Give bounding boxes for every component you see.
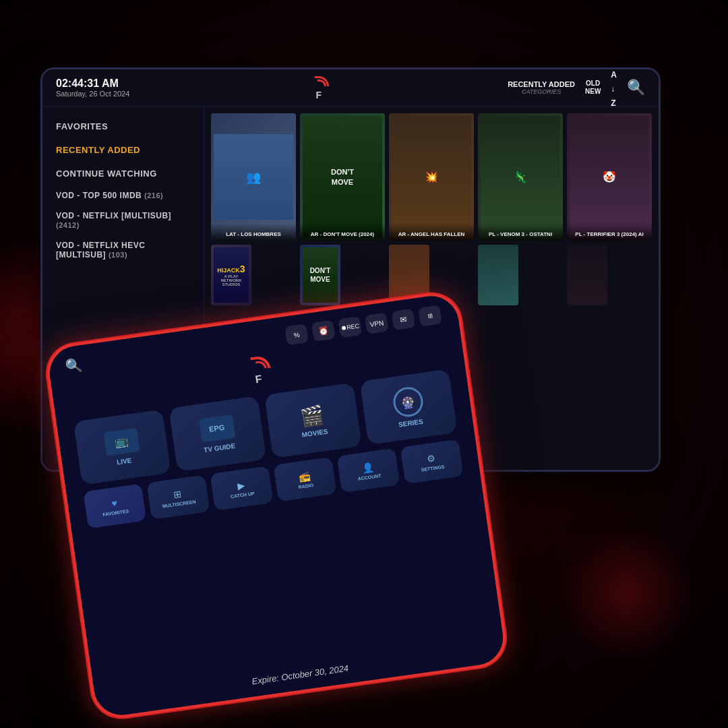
phone-icons-right: % ⏰ ⏺REC VPN ✉ ⊞ — [284, 305, 442, 345]
tv-guide-button[interactable]: EPG TV GUIDE — [169, 396, 266, 472]
sidebar-item-continue-watching[interactable]: CONTINUE WATCHING — [42, 162, 204, 185]
vpn-icon-button[interactable]: VPN — [365, 313, 389, 334]
search-button[interactable]: 🔍 — [627, 79, 645, 96]
favorites-button[interactable]: ♥ FAVORITES — [83, 484, 146, 529]
phone-screen: 🔍 % ⏰ ⏺REC VPN ✉ ⊞ F 📺 — [47, 293, 507, 719]
settings-button-label: SETTINGS — [421, 464, 445, 472]
settings-icon: ⚙ — [426, 452, 436, 464]
movie-card-5[interactable]: 🤡 PL - TERRIFIER 3 (2024) AI — [567, 113, 652, 241]
phone-body: 🔍 % ⏰ ⏺REC VPN ✉ ⊞ F 📺 — [43, 290, 510, 722]
live-button-label: LIVE — [116, 456, 132, 466]
movie-card-2[interactable]: DON'TMOVE AR - DON'T MOVE (2024) — [300, 113, 385, 241]
settings-button[interactable]: ⚙ SETTINGS — [400, 439, 464, 484]
movies-grid-row1: 👥 LAT - LOS HOMBRES DON'TMOVE AR - DON'T — [211, 113, 652, 241]
multiscreen-icon: ⊞ — [173, 488, 183, 500]
promo-icon-button[interactable]: % — [284, 324, 309, 345]
tablet-time: 02:44:31 AM — [56, 78, 129, 90]
phone-logo: F — [242, 353, 273, 387]
sidebar-item-recently-added[interactable]: RECENTLY ADDED — [42, 138, 204, 162]
favorites-button-label: FAVORITES — [102, 508, 129, 516]
multiscreen-button[interactable]: ⊞ MULTISCREEN — [146, 475, 210, 520]
radio-button-label: RADIO — [298, 483, 313, 489]
phone-logo-f: F — [255, 373, 263, 386]
sidebar-item-vod-top500[interactable]: VOD - TOP 500 IMDB (216) — [42, 185, 204, 206]
alarm-icon-button[interactable]: ⏰ — [311, 320, 336, 342]
tablet-header: 02:44:31 AM Saturday, 26 Oct 2024 F RECE… — [42, 69, 659, 107]
expire-text: Expire: October 30, 2024 — [240, 652, 361, 698]
signal-icon — [309, 75, 329, 88]
multiscreen-button-label: MULTISCREEN — [162, 499, 196, 508]
red-glow-right — [559, 526, 694, 661]
rec-icon-button[interactable]: ⏺REC — [338, 316, 362, 338]
heart-icon: ♥ — [111, 497, 117, 508]
movies-button[interactable]: 🎬 MOVIES — [264, 382, 362, 458]
radio-button[interactable]: 📻 RADIO — [274, 457, 337, 502]
catchup-icon: ▶ — [237, 479, 245, 491]
catchup-button-label: CATCH UP — [231, 491, 255, 499]
tablet-header-right: RECENTLY ADDED CATEGORIES OLDNEW A↓Z 🔍 — [508, 67, 645, 109]
movie-card-7[interactable]: DON'TMOVE — [300, 245, 340, 305]
sort-az-button[interactable]: A↓Z — [611, 67, 617, 109]
tablet-logo: F — [309, 75, 329, 100]
sort-old-new-button[interactable]: OLDNEW — [585, 80, 601, 96]
series-button[interactable]: 🎡 SERIES — [360, 369, 458, 445]
account-button[interactable]: 👤 ACCOUNT — [337, 448, 400, 493]
update-icon-button[interactable]: ⊞ — [418, 305, 442, 326]
msg-icon-button[interactable]: ✉ — [392, 309, 416, 330]
movie-card-6[interactable]: HIJACK3 A PLAY NETWORK STUDIOS — [211, 245, 251, 305]
sidebar-item-vod-netflix[interactable]: VOD - NETFLIX [MULTISUB] (2412) — [42, 206, 204, 235]
tablet-time-section: 02:44:31 AM Saturday, 26 Oct 2024 — [56, 78, 129, 98]
phone-signal-icon — [242, 353, 271, 373]
series-button-label: SERIES — [398, 418, 423, 429]
account-icon: 👤 — [361, 461, 374, 473]
movie-card-9[interactable] — [478, 245, 518, 305]
movie-card-3[interactable]: 💥 AR - ANGEL HAS FALLEN — [389, 113, 474, 241]
logo-f-text: F — [315, 90, 322, 100]
radio-icon: 📻 — [298, 470, 311, 482]
live-button[interactable]: 📺 LIVE — [73, 409, 171, 485]
movies-button-label: MOVIES — [301, 427, 328, 438]
tv-guide-button-label: TV GUIDE — [204, 442, 236, 453]
movie-card-10[interactable] — [567, 245, 607, 305]
movie-card-4[interactable]: 🦎 PL - VENOM 3 - OSTATNI — [478, 113, 563, 241]
catchup-button[interactable]: ▶ CATCH UP — [210, 466, 274, 511]
phone-container: 🔍 % ⏰ ⏺REC VPN ✉ ⊞ F 📺 — [43, 290, 510, 722]
account-button-label: ACCOUNT — [357, 473, 382, 481]
movie-card-1[interactable]: 👥 LAT - LOS HOMBRES — [211, 113, 296, 241]
sidebar-item-favorites[interactable]: FAVORITES — [42, 115, 204, 138]
tablet-date: Saturday, 26 Oct 2024 — [56, 90, 129, 98]
recently-added-label: RECENTLY ADDED CATEGORIES — [508, 80, 575, 95]
sidebar-item-vod-netflix-hevc[interactable]: VOD - NETFLIX HEVC [MULTISUB] (103) — [42, 235, 204, 265]
phone-search-icon[interactable]: 🔍 — [65, 357, 84, 375]
